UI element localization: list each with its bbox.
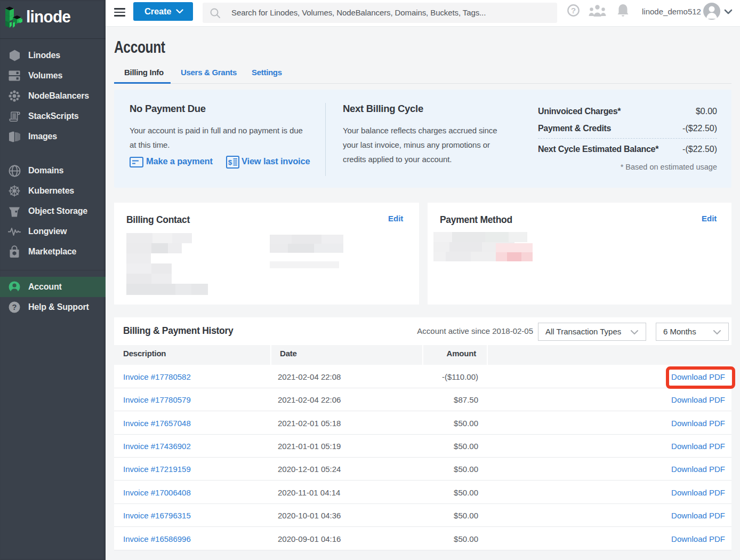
- svg-text:$: $: [228, 158, 232, 166]
- svg-text:?: ?: [12, 303, 17, 311]
- svg-text:?: ?: [571, 6, 576, 15]
